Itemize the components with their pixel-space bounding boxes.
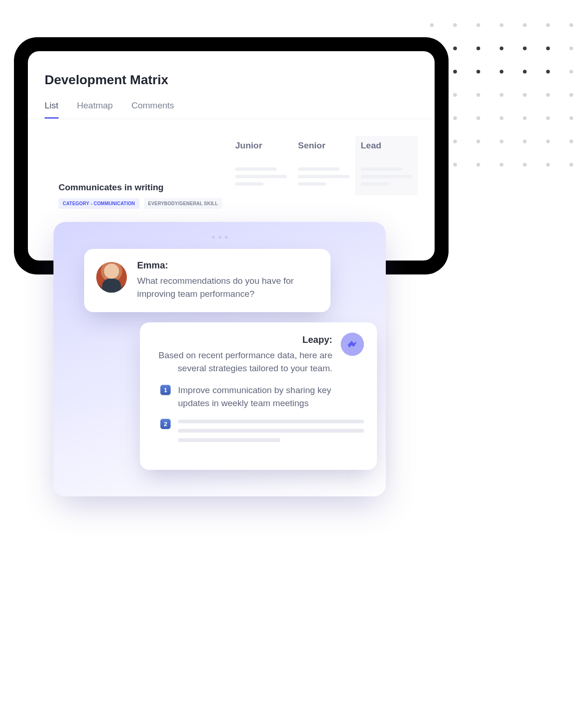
skill-badges: CATEGORY - COMMUNICATION EVERYBODY/GENER… (59, 198, 230, 209)
bot-avatar (341, 333, 364, 356)
bot-item-1-text: Improve communication by sharing key upd… (178, 384, 364, 409)
page-title: Development Matrix (45, 73, 418, 87)
origami-bird-icon (346, 338, 358, 350)
bot-recommendation-list: 1 Improve communication by sharing key u… (153, 384, 364, 448)
decorative-dot-grid (430, 23, 574, 167)
bot-item-2-placeholder (178, 418, 364, 448)
cell-lead (355, 162, 418, 195)
tab-list[interactable]: List (45, 100, 59, 119)
matrix-grid: Junior Senior Lead Communicates in writi… (45, 136, 418, 209)
tab-heatmap[interactable]: Heatmap (77, 100, 113, 119)
chat-message-bot: Leapy: Based on recent performance data,… (140, 322, 377, 470)
badge-category: CATEGORY - COMMUNICATION (59, 198, 139, 209)
number-badge-2: 2 (160, 419, 171, 429)
skill-title: Communicates in writing (59, 182, 230, 193)
bot-name: Leapy: (153, 334, 332, 345)
tab-comments[interactable]: Comments (132, 100, 174, 119)
bot-intro-text: Based on recent performance data, here a… (153, 349, 332, 374)
bot-list-item-2: 2 (153, 418, 364, 448)
panel-handle-dots (66, 236, 374, 239)
column-lead: Lead (355, 136, 418, 162)
cell-senior (292, 162, 355, 195)
chat-panel: Emma: What recommendations do you have f… (53, 222, 386, 496)
skill-cell: Communicates in writing CATEGORY - COMMU… (45, 162, 230, 209)
chat-message-user: Emma: What recommendations do you have f… (84, 249, 330, 312)
cell-junior (230, 162, 292, 195)
tab-bar: List Heatmap Comments (28, 100, 435, 119)
user-name: Emma: (137, 260, 318, 271)
bot-list-item-1: 1 Improve communication by sharing key u… (153, 384, 364, 409)
user-message-text: What recommendations do you have for imp… (137, 274, 318, 300)
badge-general: EVERYBODY/GENERAL SKILL (144, 198, 222, 209)
column-senior: Senior (292, 136, 355, 162)
user-avatar (96, 262, 127, 293)
number-badge-1: 1 (160, 385, 171, 395)
column-junior: Junior (230, 136, 292, 162)
